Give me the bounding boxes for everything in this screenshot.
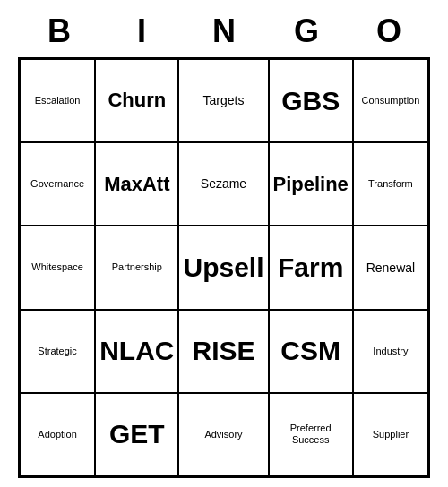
bingo-cell-text-20: Adoption — [38, 429, 76, 440]
bingo-cell-9: Transform — [353, 142, 428, 226]
bingo-cell-text-22: Advisory — [204, 429, 242, 440]
bingo-cell-15: Strategic — [20, 310, 95, 393]
bingo-cell-22: Advisory — [178, 393, 268, 476]
bingo-cell-3: GBS — [269, 59, 353, 142]
bingo-cell-7: Sezame — [178, 142, 268, 226]
bingo-cell-20: Adoption — [20, 393, 95, 476]
bingo-cell-text-4: Consumption — [362, 95, 420, 107]
header-letter-I: I — [100, 9, 183, 54]
bingo-cell-text-7: Sezame — [201, 176, 246, 192]
bingo-cell-16: NLAC — [95, 310, 178, 393]
bingo-cell-18: CSM — [269, 310, 353, 393]
bingo-cell-text-3: GBS — [281, 85, 340, 117]
bingo-cell-text-1: Churn — [108, 89, 166, 112]
bingo-cell-5: Governance — [20, 142, 95, 226]
bingo-cell-1: Churn — [95, 59, 178, 142]
header-letter-B: B — [18, 9, 100, 54]
bingo-cell-text-21: GET — [109, 418, 165, 450]
bingo-cell-0: Escalation — [20, 59, 95, 142]
bingo-cell-text-24: Supplier — [373, 429, 409, 440]
bingo-cell-text-18: CSM — [280, 335, 340, 367]
bingo-cell-text-13: Farm — [278, 252, 343, 284]
bingo-cell-17: RISE — [178, 310, 268, 393]
bingo-cell-text-6: MaxAtt — [104, 173, 169, 196]
bingo-cell-14: Renewal — [353, 226, 428, 309]
bingo-cell-11: Partnership — [95, 226, 178, 309]
bingo-cell-text-0: Escalation — [35, 95, 81, 107]
bingo-cell-text-23: Preferred Success — [290, 423, 332, 446]
bingo-cell-text-15: Strategic — [38, 346, 76, 357]
bingo-cell-text-2: Targets — [203, 93, 245, 108]
bingo-cell-2: Targets — [178, 59, 268, 142]
header-letter-O: O — [348, 9, 430, 54]
bingo-cell-8: Pipeline — [269, 142, 353, 226]
bingo-cell-text-8: Pipeline — [273, 173, 349, 196]
bingo-cell-text-16: NLAC — [99, 335, 174, 367]
bingo-cell-13: Farm — [269, 226, 353, 309]
bingo-cell-23: Preferred Success — [269, 393, 353, 476]
bingo-cell-10: Whitespace — [20, 226, 95, 309]
bingo-cell-12: Upsell — [178, 226, 268, 309]
header-letter-G: G — [265, 9, 348, 54]
bingo-cell-text-10: Whitespace — [31, 261, 82, 273]
bingo-cell-text-14: Renewal — [366, 261, 415, 276]
bingo-cell-21: GET — [95, 393, 178, 476]
bingo-header: BINGO — [18, 9, 430, 54]
bingo-cell-text-17: RISE — [192, 335, 254, 367]
bingo-cell-24: Supplier — [353, 393, 428, 476]
bingo-cell-text-5: Governance — [30, 178, 84, 190]
header-letter-N: N — [183, 9, 265, 54]
bingo-cell-text-11: Partnership — [112, 261, 162, 273]
bingo-cell-text-12: Upsell — [183, 252, 263, 284]
bingo-cell-text-9: Transform — [368, 178, 413, 190]
bingo-cell-6: MaxAtt — [95, 142, 178, 226]
bingo-cell-19: Industry — [353, 310, 428, 393]
bingo-cell-text-19: Industry — [373, 346, 408, 357]
bingo-cell-4: Consumption — [353, 59, 428, 142]
bingo-grid: EscalationChurnTargetsGBSConsumptionGove… — [18, 57, 430, 478]
